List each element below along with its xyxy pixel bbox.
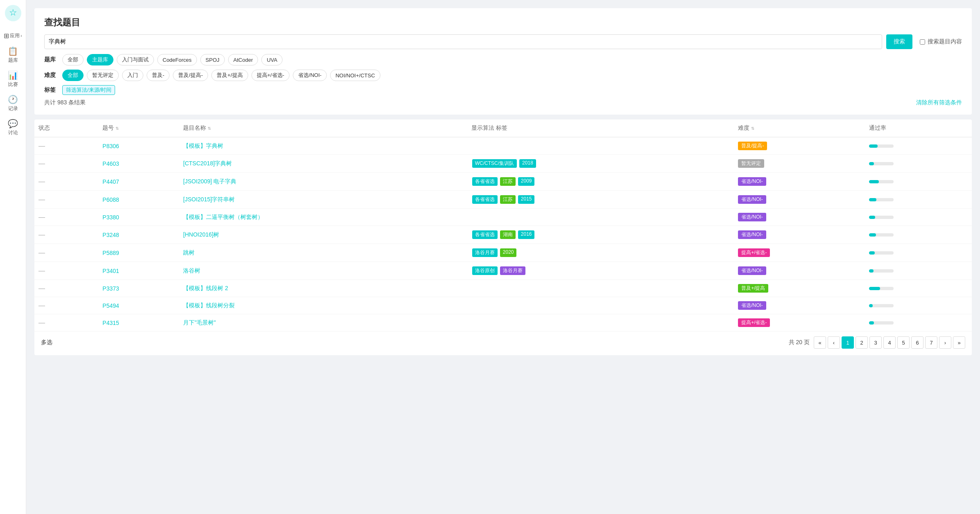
page-3-btn[interactable]: 3 [869,336,882,349]
problem-id-link[interactable]: P3373 [102,285,119,292]
search-content-checkbox[interactable] [920,39,925,45]
source-btn-atcoder[interactable]: AtCoder [228,54,258,65]
row-id[interactable]: P4407 [98,173,179,191]
row-name[interactable]: [JSOI2015]字符串树 [179,191,467,209]
tag-badge[interactable]: 洛谷月赛 [472,248,498,257]
tag-badge[interactable]: 洛谷月赛 [500,266,525,275]
row-name[interactable]: [HNOI2016]树 [179,226,467,244]
row-id[interactable]: P5889 [98,244,179,262]
sidebar-item-problems[interactable]: 📋 题库 [0,43,26,67]
col-id[interactable]: 题号 ⇅ [98,119,179,137]
row-id[interactable]: P3248 [98,226,179,244]
page-1-btn[interactable]: 1 [842,336,854,349]
diff-btn-pum[interactable]: 普及- [147,70,170,81]
tag-badge[interactable]: 湖南 [500,230,516,239]
problem-name-link[interactable]: 【模板】线段树 2 [183,285,228,291]
source-btn-spoj[interactable]: SPOJ [200,54,225,65]
row-name[interactable]: 月下"毛景树" [179,314,467,331]
multi-select-button[interactable]: 多选 [41,339,52,346]
problem-name-link[interactable]: 月下"毛景树" [183,319,216,326]
diff-btn-sheng-noi[interactable]: 省选/NOI- [293,70,327,81]
tag-badge[interactable]: 2015 [518,195,535,204]
diff-btn-pu-ti-m[interactable]: 普及/提高- [173,70,208,81]
diff-btn-all[interactable]: 全部 [62,70,84,81]
tag-badge[interactable]: 江苏 [500,177,516,186]
page-4-btn[interactable]: 4 [883,336,896,349]
source-btn-main[interactable]: 主题库 [87,54,113,65]
row-name[interactable]: 洛谷树 [179,262,467,280]
row-name[interactable]: 【模板】线段树分裂 [179,297,467,314]
diff-btn-intro[interactable]: 入门 [122,70,143,81]
problem-id-link[interactable]: P4603 [102,160,119,167]
problem-id-link[interactable]: P4315 [102,320,119,326]
row-name[interactable]: [CTSC2018]字典树 [179,155,467,173]
row-id[interactable]: P3380 [98,209,179,226]
source-btn-all[interactable]: 全部 [62,54,84,65]
col-tags[interactable]: 显示算法 标签 [467,119,734,137]
tag-badge[interactable]: 洛谷原创 [472,266,498,275]
row-id[interactable]: P8306 [98,137,179,155]
problem-id-link[interactable]: P5889 [102,250,119,256]
page-prev-btn[interactable]: ‹ [828,336,840,349]
row-id[interactable]: P6088 [98,191,179,209]
row-id[interactable]: P5494 [98,297,179,314]
clear-filters-button[interactable]: 清除所有筛选条件 [916,99,962,106]
problem-name-link[interactable]: 【模板】二逼平衡树（树套树） [183,214,263,220]
diff-btn-noi[interactable]: NOI/NOI+/CTSC [330,70,380,81]
search-input[interactable] [44,34,882,49]
problem-name-link[interactable]: [CTSC2018]字典树 [183,160,232,167]
logo[interactable]: ☆ [4,4,22,22]
source-btn-codeforces[interactable]: CodeForces [157,54,197,65]
row-name[interactable]: 【模板】字典树 [179,137,467,155]
tag-badge[interactable]: 各省省选 [472,177,498,186]
page-2-btn[interactable]: 2 [856,336,868,349]
source-btn-uva[interactable]: UVA [261,54,283,65]
tag-badge[interactable]: 各省省选 [472,230,498,239]
search-button[interactable]: 搜索 [886,34,912,49]
page-last-btn[interactable]: » [953,336,965,349]
tag-badge[interactable]: 各省省选 [472,195,498,204]
row-name[interactable]: 跳树 [179,244,467,262]
problem-id-link[interactable]: P6088 [102,196,119,203]
page-next-btn[interactable]: › [939,336,951,349]
tag-badge[interactable]: 2020 [500,248,517,257]
diff-btn-none[interactable]: 暂无评定 [87,70,119,81]
page-7-btn[interactable]: 7 [925,336,937,349]
diff-btn-pu-ti-plus[interactable]: 普及+/提高 [211,70,248,81]
sidebar-item-record[interactable]: 🕐 记录 [0,91,26,115]
tag-badge[interactable]: WC/CTSC/集训队 [472,159,517,168]
problem-id-link[interactable]: P3380 [102,214,119,221]
problem-id-link[interactable]: P3248 [102,232,119,238]
problem-name-link[interactable]: [HNOI2016]树 [183,231,219,238]
problem-id-link[interactable]: P5494 [102,302,119,309]
col-diff[interactable]: 难度 ⇅ [734,119,865,137]
sidebar-item-contest[interactable]: 📊 比赛 [0,67,26,91]
col-name[interactable]: 题目名称 ⇅ [179,119,467,137]
sidebar-item-app[interactable]: ⊞ 应用 › [0,29,26,43]
tag-badge[interactable]: 2016 [518,230,535,239]
page-5-btn[interactable]: 5 [897,336,910,349]
problem-id-link[interactable]: P3401 [102,268,119,274]
row-id[interactable]: P3401 [98,262,179,280]
problem-id-link[interactable]: P8306 [102,143,119,149]
source-btn-intro[interactable]: 入门与面试 [117,54,154,65]
tag-badge[interactable]: 2009 [518,177,535,186]
tag-badge[interactable]: 江苏 [500,195,516,204]
problem-name-link[interactable]: 【模板】字典树 [183,142,223,149]
row-id[interactable]: P4603 [98,155,179,173]
problem-name-link[interactable]: [JSOI2009] 电子字典 [183,178,236,185]
problem-id-link[interactable]: P4407 [102,178,119,185]
tag-badge[interactable]: 2018 [519,159,536,168]
row-id[interactable]: P4315 [98,314,179,331]
tag-value[interactable]: 筛选算法/来源/时间 [62,85,115,95]
row-id[interactable]: P3373 [98,280,179,297]
problem-name-link[interactable]: 【模板】线段树分裂 [183,302,235,309]
sidebar-item-discuss[interactable]: 💬 讨论 [0,115,26,140]
row-name[interactable]: [JSOI2009] 电子字典 [179,173,467,191]
row-name[interactable]: 【模板】线段树 2 [179,280,467,297]
problem-name-link[interactable]: 跳树 [183,249,195,256]
page-first-btn[interactable]: « [814,336,826,349]
row-name[interactable]: 【模板】二逼平衡树（树套树） [179,209,467,226]
problem-name-link[interactable]: 洛谷树 [183,267,200,274]
diff-btn-ti-sheng[interactable]: 提高+/省选- [251,70,290,81]
